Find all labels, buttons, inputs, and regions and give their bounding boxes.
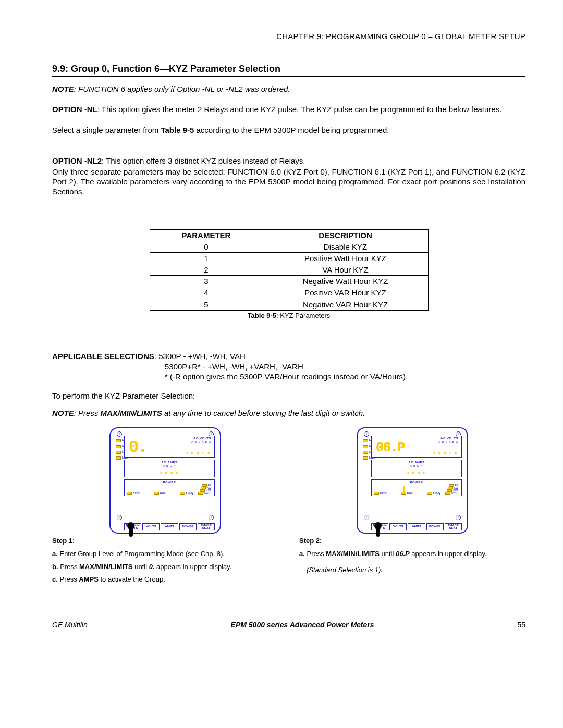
select-para: Select a single parameter from Table 9-5… — [52, 125, 525, 135]
power-leds: PF KW KVA KVAR — [198, 484, 211, 495]
finger-icon — [125, 522, 137, 537]
btn-phase: PHASENEXT — [198, 523, 215, 530]
th-parameter: PARAMETER — [150, 229, 263, 241]
t: until — [133, 563, 149, 571]
screw-icon — [117, 431, 122, 437]
lcd-title: POWER — [163, 480, 176, 485]
cell: Positive VAR Hour KYZ — [263, 287, 428, 299]
option-nl-para: OPTION -NL: This option gives the meter … — [52, 104, 525, 114]
lcd-amps: AC AMPS A B C N 0 0 0 0 — [124, 460, 215, 477]
led-label: KVAH — [374, 491, 387, 495]
cell: 2 — [150, 264, 263, 276]
section-title: 9.9: Group 0, Function 6—KYZ Parameter S… — [52, 63, 525, 77]
lcd-sub: A B C A B C — [438, 440, 458, 443]
cell: Negative VAR Hour KYZ — [263, 299, 428, 310]
btn-power: POWER — [179, 523, 197, 530]
chapter-header: CHAPTER 9: PROGRAMMING GROUP 0 – GLOBAL … — [52, 31, 525, 41]
led-label: FREQ — [427, 491, 440, 495]
cell: VA Hour KYZ — [263, 264, 428, 276]
lcd-volts: 0. AC VOLTS A B C A B C 0 0 0 0 0 — [124, 436, 215, 458]
applicable-line2: 5300P+R* - +WH, -WH, +VARH, -VARH — [165, 362, 525, 372]
power-bottom: KVAH KWH FREQ — [127, 491, 193, 495]
note-maxmin: NOTE: Press MAX/MIN/LIMITS at any time t… — [52, 408, 525, 418]
lcd-digits: 0 0 0 0 — [160, 471, 179, 476]
note2-t1: : Press — [74, 409, 101, 417]
step1-b: b. Press MAX/MIN/LIMITS until 0. appears… — [52, 563, 278, 572]
lcd-digits: 0 0 0 0 0 — [186, 451, 211, 456]
step1-a: a. Enter Group Level of Programming Mode… — [52, 550, 278, 559]
note-function6: NOTE: FUNCTION 6 applies only if Option … — [52, 84, 525, 94]
lcd-digits: 0 0 0 0 — [407, 471, 426, 476]
t: Press — [307, 550, 326, 558]
step-title-text: Step 1: — [52, 537, 75, 545]
lcd-power: POWER PF KW KVA KVAR KVAH KWH FREQ — [124, 479, 215, 496]
select-text-2: according to the EPM 5300P model being p… — [194, 126, 389, 134]
led-label: KWH — [154, 491, 166, 495]
lcd-title: POWER — [410, 480, 423, 485]
lcd-display-value: 06.P — [376, 439, 404, 456]
t: appears in upper display. — [410, 550, 487, 558]
screw-icon — [209, 515, 214, 520]
step2-a: a. Press MAX/MIN/LIMITS until 06.P appea… — [299, 550, 525, 559]
page-footer: GE Multilin EPM 5000 series Advanced Pow… — [52, 621, 525, 630]
step1-title: Step 1: — [52, 537, 278, 546]
lcd-sub: A B C N — [410, 464, 423, 467]
lcd-sub: A B C N — [163, 464, 176, 467]
table-row: 5Negative VAR Hour KYZ — [150, 299, 428, 310]
select-text-bold: Table 9-5 — [161, 126, 194, 134]
screw-icon — [117, 515, 122, 520]
cell: Positive Watt Hour KYZ — [263, 252, 428, 264]
cell: 5 — [150, 299, 263, 310]
note-text: : FUNCTION 6 applies only if Option -NL … — [74, 84, 290, 93]
table-row: 1Positive Watt Hour KYZ — [150, 252, 428, 264]
option-nl-text: : This option gives the meter 2 Relays a… — [97, 105, 502, 114]
t: until — [380, 550, 396, 558]
select-text-1: Select a single parameter from — [52, 126, 161, 134]
cell: 4 — [150, 287, 263, 299]
step2-title: Step 2: — [299, 537, 525, 546]
table-row: 3Negative Watt Hour KYZ — [150, 276, 428, 287]
btn-phase: PHASENEXT — [445, 523, 462, 530]
t: AMPS — [79, 575, 99, 583]
screw-icon — [456, 515, 461, 520]
step-text: Enter Group Level of Programming Mode (s… — [59, 550, 224, 558]
t: MAX/MIN/LIMITS — [326, 550, 380, 558]
screw-icon — [364, 515, 369, 520]
th-description: DESCRIPTION — [263, 229, 428, 241]
t: MAX/MIN/LIMITS — [79, 563, 133, 571]
btn-amps: AMPS — [408, 523, 425, 530]
btn-amps: AMPS — [161, 523, 178, 530]
caption-rest: : KYZ Parameters — [276, 312, 330, 319]
t: to activate the Group. — [99, 575, 165, 583]
applicable-label: APPLICABLE SELECTIONS — [52, 352, 154, 361]
lcd-digits: 0 0 0 0 0 — [433, 451, 458, 456]
meter-buttons: MAX MINLIMITS VOLTS AMPS POWER PHASENEXT — [371, 523, 462, 530]
lcd-power: POWER PF KW KVA KVAR KVAH KWH FREQ — [371, 479, 462, 496]
applicable-text: : 5300P - +WH, -WH, VAH — [154, 352, 246, 361]
cell: Negative Watt Hour KYZ — [263, 276, 428, 287]
led-label: KVAR — [451, 492, 458, 495]
step2-note: (Standard Selection is 1). — [299, 566, 525, 575]
option-nl2-para: Only three separate parameters may be se… — [52, 167, 525, 197]
note2-t2: at any time to cancel before storing the… — [162, 409, 365, 417]
led-label: KVAH — [127, 491, 140, 495]
table-row: 4Positive VAR Hour KYZ — [150, 287, 428, 299]
step1-c: c. Press AMPS to activate the Group. — [52, 575, 278, 584]
meter-diagram-step2: MAX MIN LM1 LM2 06.P AC VOLTS A B C A B … — [357, 427, 468, 534]
power-bottom: KVAH KWH FREQ — [374, 491, 440, 495]
step1-column: MAX MIN LM1 LM2 0. AC VOLTS A B C A B C … — [52, 427, 278, 584]
note2-bold: MAX/MIN/LIMITS — [101, 409, 162, 417]
caption-bold: Table 9-5 — [248, 312, 276, 319]
cell: 3 — [150, 276, 263, 287]
steps-row: MAX MIN LM1 LM2 0. AC VOLTS A B C A B C … — [52, 427, 525, 584]
lcd-amps: AC AMPS A B C N 0 0 0 0 — [371, 460, 462, 477]
t: Press — [59, 575, 79, 583]
t: 06.P — [396, 550, 410, 558]
screw-icon — [364, 431, 369, 437]
option-nl-label: OPTION -NL — [52, 105, 97, 114]
option-nl2-label: OPTION -NL2 — [52, 156, 102, 165]
finger-icon — [372, 522, 384, 537]
option-nl2-text: : This option offers 3 distinct KYZ puls… — [102, 156, 305, 165]
footer-left: GE Multilin — [52, 621, 88, 630]
cell: 0 — [150, 241, 263, 252]
